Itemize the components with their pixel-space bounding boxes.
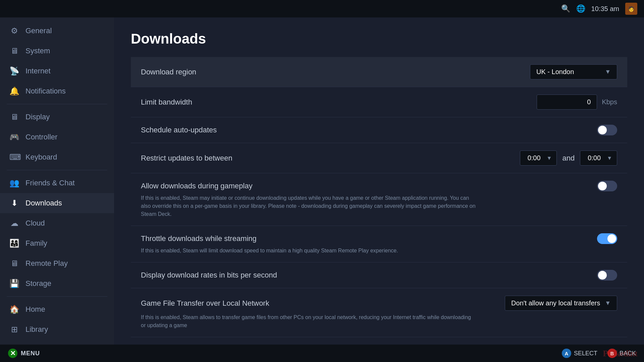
select-action: A SELECT xyxy=(562,349,597,358)
download-region-dropdown[interactable]: UK - London ▼ xyxy=(530,64,617,79)
setting-download-region: Download region UK - London ▼ xyxy=(131,57,627,87)
sidebar-item-notifications[interactable]: 🔔 Notifications xyxy=(0,81,114,101)
menu-label: MENU xyxy=(21,350,40,357)
sidebar-label-storage: Storage xyxy=(25,279,51,288)
sidebar-label-remote-play: Remote Play xyxy=(25,259,68,268)
chevron-down-icon-to: ▼ xyxy=(607,155,612,161)
sidebar-item-keyboard[interactable]: ⌨ Keyboard xyxy=(0,147,114,167)
bandwidth-input[interactable] xyxy=(537,95,597,110)
allow-downloads-gameplay-desc: If this is enabled, Steam may initiate o… xyxy=(141,194,476,218)
restrict-updates-time-group: 0:00 ▼ and 0:00 ▼ xyxy=(520,150,617,166)
setting-game-file-transfer: Game File Transfer over Local Network Do… xyxy=(131,288,627,337)
sidebar-item-remote-play[interactable]: 🖥 Remote Play xyxy=(0,253,114,274)
setting-limit-bandwidth: Limit bandwidth Kbps xyxy=(131,87,627,117)
display-download-rates-label: Display download rates in bits per secon… xyxy=(141,271,277,280)
library-icon: ⊞ xyxy=(9,325,19,334)
friends-icon: 👥 xyxy=(9,178,19,188)
topbar: 🔍 🌐 10:35 am 🧑 xyxy=(0,0,644,17)
sidebar-label-family: Family xyxy=(25,239,47,248)
sidebar: ⚙ General 🖥 System 📡 Internet 🔔 Notifica… xyxy=(0,17,114,345)
storage-icon: 💾 xyxy=(9,279,19,288)
allow-downloads-gameplay-toggle[interactable] xyxy=(597,181,617,191)
throttle-downloads-desc: If this is enabled, Steam will limit dow… xyxy=(141,247,476,255)
sidebar-label-display: Display xyxy=(25,113,50,121)
keyboard-icon: ⌨ xyxy=(9,153,19,162)
restrict-updates-label: Restrict updates to between xyxy=(141,154,232,163)
game-file-transfer-label: Game File Transfer over Local Network xyxy=(141,299,269,308)
wifi-icon: 📡 xyxy=(9,66,19,76)
sidebar-divider-2 xyxy=(7,170,107,170)
setting-allow-downloads-gameplay: Allow downloads during gameplay If this … xyxy=(131,173,627,226)
sidebar-label-home: Home xyxy=(25,305,45,314)
bandwidth-unit: Kbps xyxy=(602,98,617,106)
controller-icon: 🎮 xyxy=(9,132,19,142)
restrict-updates-and: and xyxy=(562,154,575,163)
info-icon: 🔔 xyxy=(9,86,19,96)
globe-icon[interactable]: 🌐 xyxy=(576,4,585,13)
sidebar-label-general: General xyxy=(25,26,52,35)
sidebar-label-system: System xyxy=(25,47,50,55)
sidebar-label-friends-chat: Friends & Chat xyxy=(25,179,75,187)
schedule-auto-updates-label: Schedule auto-updates xyxy=(141,126,217,134)
schedule-auto-updates-toggle[interactable] xyxy=(597,125,617,135)
setting-schedule-auto-updates: Schedule auto-updates xyxy=(131,117,627,143)
xbox-icon: ✕ xyxy=(8,349,17,358)
download-icon: ⬇ xyxy=(9,198,19,208)
display-icon: 🖥 xyxy=(9,112,19,122)
btn-a-icon: A xyxy=(562,349,571,358)
sidebar-divider-3 xyxy=(7,296,107,297)
restrict-updates-to-dropdown[interactable]: 0:00 ▼ xyxy=(580,150,617,166)
download-region-value: UK - London xyxy=(536,68,574,76)
gear-icon: ⚙ xyxy=(9,26,19,36)
game-file-transfer-desc: If this is enabled, Steam allows to tran… xyxy=(141,313,476,329)
throttle-downloads-label: Throttle downloads while streaming xyxy=(141,234,257,243)
cloud-icon: ☁ xyxy=(9,219,19,228)
setting-restrict-updates: Restrict updates to between 0:00 ▼ and 0… xyxy=(131,143,627,173)
game-file-transfer-dropdown[interactable]: Don't allow any local transfers ▼ xyxy=(505,296,617,311)
chevron-down-icon: ▼ xyxy=(605,68,611,75)
watermark-accent: lint xyxy=(626,349,637,358)
setting-display-download-rates: Display download rates in bits per secon… xyxy=(131,262,627,288)
sidebar-item-downloads[interactable]: ⬇ Downloads xyxy=(0,193,114,213)
chevron-down-icon-from: ▼ xyxy=(547,155,552,161)
game-file-transfer-value: Don't allow any local transfers xyxy=(511,299,600,307)
sidebar-item-system[interactable]: 🖥 System xyxy=(0,41,114,61)
sidebar-item-family[interactable]: 👨‍👩‍👧 Family xyxy=(0,233,114,253)
sidebar-label-controller: Controller xyxy=(25,133,57,141)
clock: 10:35 am xyxy=(591,5,619,13)
setting-throttle-downloads: Throttle downloads while streaming If th… xyxy=(131,226,627,262)
display-download-rates-toggle[interactable] xyxy=(597,270,617,281)
sidebar-item-display[interactable]: 🖥 Display xyxy=(0,107,114,127)
allow-downloads-gameplay-label: Allow downloads during gameplay xyxy=(141,182,253,190)
throttle-downloads-toggle[interactable] xyxy=(597,233,617,244)
sidebar-item-storage[interactable]: 💾 Storage xyxy=(0,274,114,294)
chevron-down-icon-transfer: ▼ xyxy=(605,300,611,307)
restrict-updates-from-dropdown[interactable]: 0:00 ▼ xyxy=(520,150,557,166)
sidebar-item-general[interactable]: ⚙ General xyxy=(0,21,114,41)
bandwidth-input-group: Kbps xyxy=(537,95,617,110)
sidebar-label-internet: Internet xyxy=(25,67,51,75)
content-area: Downloads Download region UK - London ▼ … xyxy=(114,17,644,345)
watermark: Pocketlint xyxy=(603,349,637,359)
user-avatar[interactable]: 🧑 xyxy=(625,3,637,15)
family-icon: 👨‍👩‍👧 xyxy=(9,239,19,248)
download-region-label: Download region xyxy=(141,68,196,76)
sidebar-item-controller[interactable]: 🎮 Controller xyxy=(0,127,114,147)
monitor-icon: 🖥 xyxy=(9,46,19,56)
sidebar-item-internet[interactable]: 📡 Internet xyxy=(0,61,114,81)
sidebar-label-keyboard: Keyboard xyxy=(25,153,57,162)
main-layout: ⚙ General 🖥 System 📡 Internet 🔔 Notifica… xyxy=(0,17,644,345)
sidebar-item-home[interactable]: 🏠 Home xyxy=(0,299,114,319)
limit-bandwidth-label: Limit bandwidth xyxy=(141,98,192,107)
sidebar-divider-1 xyxy=(7,104,107,104)
search-icon[interactable]: 🔍 xyxy=(561,4,570,13)
sidebar-item-cloud[interactable]: ☁ Cloud xyxy=(0,213,114,233)
remote-play-icon: 🖥 xyxy=(9,259,19,268)
sidebar-item-friends-chat[interactable]: 👥 Friends & Chat xyxy=(0,173,114,193)
sidebar-label-downloads: Downloads xyxy=(25,199,62,207)
watermark-brand: Pocket xyxy=(603,349,626,358)
sidebar-label-library: Library xyxy=(25,325,48,334)
page-title: Downloads xyxy=(131,31,627,47)
sidebar-item-library[interactable]: ⊞ Library xyxy=(0,319,114,340)
home-icon: 🏠 xyxy=(9,305,19,314)
